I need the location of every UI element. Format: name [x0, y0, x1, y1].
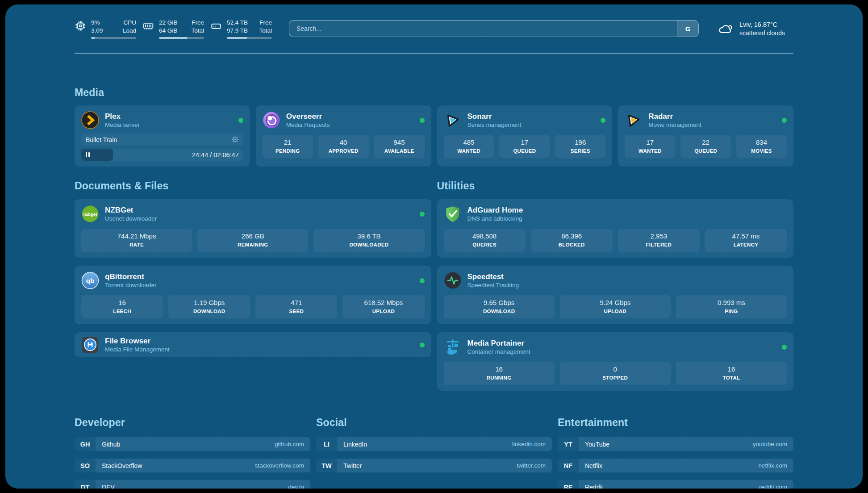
app-card-nzbget[interactable]: nzbget NZBGet Usenet downloader 744.21 M… [75, 199, 431, 258]
bookmark-group-developer: Developer GH Github github.com SO StackO… [75, 417, 310, 489]
stat-label: DOWNLOADED [315, 241, 422, 248]
stat-label: UPLOAD [344, 308, 422, 315]
stat-value: 618.52 Mbps [344, 298, 422, 307]
bookmark-twitter[interactable]: TW Twitter twitter.com [316, 459, 552, 472]
app-subtitle: Container management [467, 348, 777, 356]
bookmark-url: stackoverflow.com [255, 462, 304, 469]
disk-total-label: Total [259, 27, 272, 35]
bookmark-netflix[interactable]: NF Netflix netflix.com [558, 459, 793, 472]
nzbget-icon: nzbget [81, 205, 99, 223]
app-title: Media Portainer [467, 338, 777, 348]
adguard-icon [444, 205, 462, 223]
app-subtitle: Usenet downloader [105, 215, 414, 223]
topbar-divider [75, 53, 793, 54]
app-card-qbittorrent[interactable]: qb qBittorrent Torrent downloader 16 LEE… [75, 266, 431, 324]
app-card-plex[interactable]: Plex Media server Bullet Train [75, 105, 250, 167]
stat-movies: 834 MOVIES [736, 135, 787, 158]
stat-value: 945 [376, 138, 423, 147]
search-input[interactable] [289, 21, 677, 37]
playback-progress-row: 24:44 / 02:06:47 [81, 149, 243, 161]
stat-label: DOWNLOAD [170, 308, 248, 315]
stat-value: 9.65 Gbps [446, 298, 553, 307]
stat-leech: 16 LEECH [81, 295, 163, 318]
playback-time: 24:44 / 02:06:47 [192, 151, 239, 159]
stat-upload: 9.24 Gbps UPLOAD [560, 295, 671, 318]
gear-icon[interactable] [231, 136, 239, 143]
stat-value: 86,396 [533, 232, 611, 241]
memory-total-label: Total [191, 27, 204, 35]
bookmark-github[interactable]: GH Github github.com [75, 437, 310, 451]
app-card-filebrowser[interactable]: File Browser Media File Management [75, 332, 431, 357]
stat-value: 9.24 Gbps [562, 298, 669, 307]
stat-downloaded: 39.6 TB DOWNLOADED [313, 229, 424, 252]
bookmark-group-title: Entertainment [558, 417, 793, 429]
stat-label: PING [678, 308, 785, 315]
section-title-documents: Documents & Files [75, 180, 431, 192]
app-card-portainer[interactable]: Media Portainer Container management 16 … [437, 332, 794, 391]
bookmark-name: StackOverflow [102, 462, 142, 469]
stat-value: 0 [562, 365, 669, 374]
stat-label: SEED [257, 308, 335, 315]
stat-queued: 17 QUEUED [499, 135, 550, 158]
search-provider-button[interactable]: G [677, 21, 698, 37]
sonarr-icon [444, 111, 462, 129]
app-subtitle: Torrent downloader [105, 281, 414, 289]
status-dot [420, 118, 425, 123]
filebrowser-icon [81, 336, 99, 354]
memory-icon [142, 20, 154, 32]
stat-label: QUERIES [446, 241, 524, 248]
app-title: Overseerr [286, 112, 414, 121]
stat-value: 196 [557, 138, 604, 147]
bookmark-stackoverflow[interactable]: SO StackOverflow stackoverflow.com [75, 459, 310, 472]
stat-latency: 47.57 ms LATENCY [705, 229, 787, 252]
stat-value: 498,508 [446, 232, 524, 241]
stat-value: 40 [320, 138, 367, 147]
disk-widget: 52.4 TB 97.9 TB Free Total [210, 19, 272, 39]
now-playing-row: Bullet Train [81, 134, 243, 146]
stat-pending: 21 PENDING [263, 135, 313, 158]
app-title: NZBGet [105, 205, 414, 215]
stat-wanted: 17 WANTED [625, 135, 675, 158]
app-title: Plex [105, 112, 233, 121]
bookmark-group-entertainment: Entertainment YT YouTube youtube.com NF … [558, 417, 793, 489]
bookmark-url: github.com [275, 441, 304, 447]
stat-label: SERIES [557, 147, 604, 155]
app-card-overseerr[interactable]: Overseerr Media Requests 21 PENDING 40 A… [256, 105, 431, 167]
app-subtitle: Media File Management [105, 346, 414, 354]
app-card-sonarr[interactable]: Sonarr Series management 485 WANTED 17 Q… [437, 105, 613, 167]
stat-label: DOWNLOAD [446, 308, 553, 315]
cpu-label: CPU [123, 19, 136, 27]
bookmark-name: Github [102, 441, 120, 448]
speedtest-icon [444, 272, 462, 289]
stat-queued: 22 QUEUED [680, 135, 731, 158]
bookmark-abbr: GH [75, 437, 96, 451]
stat-remaining: 266 GB REMAINING [197, 229, 308, 252]
stat-upload: 618.52 Mbps UPLOAD [342, 295, 424, 318]
bookmark-group-social: Social LI LinkedIn linkedin.com TW Twitt… [316, 417, 552, 489]
bookmark-youtube[interactable]: YT YouTube youtube.com [558, 437, 793, 451]
app-card-radarr[interactable]: Radarr Movie management 17 WANTED 22 QUE… [618, 105, 793, 167]
portainer-icon [444, 338, 462, 356]
stat-label: PENDING [264, 147, 311, 155]
cloud-icon [718, 22, 734, 35]
stat-value: 0.993 ms [678, 298, 785, 307]
disk-icon [210, 20, 222, 32]
bookmark-linkedin[interactable]: LI LinkedIn linkedin.com [316, 437, 552, 451]
bookmark-reddit[interactable]: RE Reddit reddit.com [558, 480, 793, 489]
app-card-adguard[interactable]: AdGuard Home DNS and adblocking 498,508 … [437, 199, 794, 258]
stat-label: APPROVED [320, 147, 367, 155]
bookmark-url: dev.to [288, 484, 304, 489]
top-bar: 9% 3.09 CPU Load 22 GiB 64 GiB [75, 16, 793, 41]
bookmark-url: twitter.com [517, 462, 546, 469]
pause-icon[interactable] [86, 152, 90, 157]
app-subtitle: Media server [105, 121, 233, 129]
stat-seed: 471 SEED [255, 295, 337, 318]
search-bar: G [289, 20, 699, 37]
bookmark-dev[interactable]: DT DEV dev.to [75, 480, 310, 489]
cpu-progress-bar [91, 37, 136, 39]
stat-label: LATENCY [707, 241, 785, 248]
app-title: Sonarr [467, 112, 596, 121]
stat-value: 2,953 [620, 232, 698, 241]
stat-value: 47.57 ms [707, 232, 785, 241]
app-card-speedtest[interactable]: Speedtest Speedtest Tracking 9.65 Gbps D… [437, 266, 794, 324]
